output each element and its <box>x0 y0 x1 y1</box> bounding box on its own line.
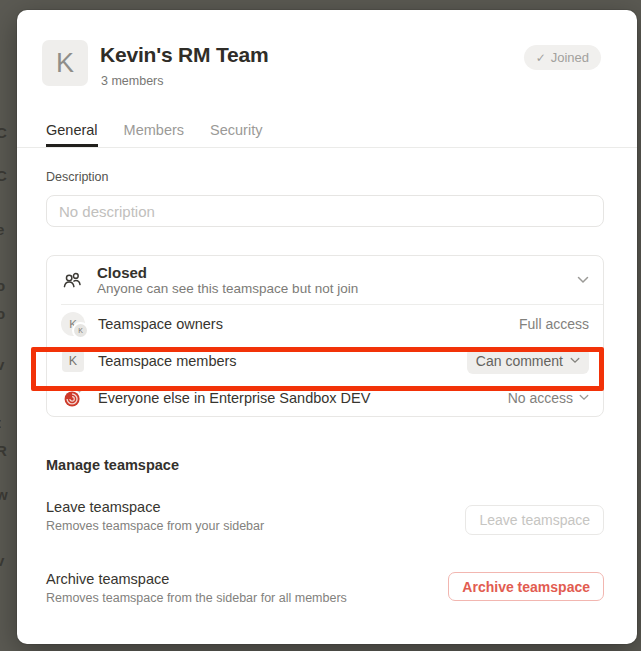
background-text-fragment: o <box>0 306 8 321</box>
row-label: Everyone else in Enterprise Sandbox DEV <box>98 390 495 406</box>
joined-label: Joined <box>551 50 589 65</box>
tab-security[interactable]: Security <box>210 122 262 147</box>
background-text-fragment: w <box>0 487 8 502</box>
everyone-access-dropdown[interactable]: No access <box>508 390 589 406</box>
background-text-fragment: t <box>0 415 8 430</box>
permissions-card: Closed Anyone can see this teamspace but… <box>46 255 604 417</box>
access-text: Can comment <box>476 353 563 369</box>
access-text: Full access <box>519 316 589 332</box>
teamspace-settings-dialog: K Kevin's RM Team 3 members ✓ Joined Gen… <box>17 10 637 644</box>
chevron-down-icon <box>579 394 589 401</box>
members-access-dropdown[interactable]: Can comment <box>467 348 589 374</box>
owners-avatar: K K <box>61 312 85 336</box>
chevron-down-icon <box>577 276 589 284</box>
leave-teamspace-button[interactable]: Leave teamspace <box>465 505 604 535</box>
description-label: Description <box>46 170 109 184</box>
people-icon <box>62 270 83 291</box>
leave-teamspace-subtitle: Removes teamspace from your sidebar <box>46 519 264 533</box>
joined-badge[interactable]: ✓ Joined <box>524 45 601 70</box>
chevron-down-icon <box>570 357 580 364</box>
access-level-texts: Closed Anyone can see this teamspace but… <box>97 264 564 297</box>
description-input[interactable] <box>46 195 604 227</box>
row-teamspace-members[interactable]: K Teamspace members Can comment <box>47 342 603 379</box>
access-level-selector[interactable]: Closed Anyone can see this teamspace but… <box>47 256 603 304</box>
member-count: 3 members <box>101 74 164 88</box>
members-avatar: K <box>62 350 84 372</box>
background-text-fragment: o <box>0 278 8 293</box>
background-text-fragment: C <box>0 125 8 140</box>
screen: CCeoovtRwv K Kevin's RM Team 3 members ✓… <box>0 0 641 651</box>
teamspace-avatar: K <box>42 40 88 86</box>
access-level-title: Closed <box>97 264 564 281</box>
access-level-subtitle: Anyone can see this teamspace but not jo… <box>97 281 564 297</box>
row-label: Teamspace members <box>98 353 454 369</box>
tab-bar: General Members Security <box>17 111 637 148</box>
archive-teamspace-button[interactable]: Archive teamspace <box>448 572 604 601</box>
archive-teamspace-subtitle: Removes teamspace from the sidebar for a… <box>46 591 347 605</box>
owners-access-level: Full access <box>519 316 589 332</box>
teamspace-title: Kevin's RM Team <box>100 43 269 67</box>
workspace-icon <box>62 387 84 409</box>
background-text-fragment: v <box>0 553 8 568</box>
row-label: Teamspace owners <box>98 316 506 332</box>
background-text-fragment: e <box>0 222 8 237</box>
background-text-fragment: R <box>0 443 8 458</box>
tab-members[interactable]: Members <box>124 122 184 147</box>
manage-section-title: Manage teamspace <box>46 457 179 473</box>
archive-teamspace-title: Archive teamspace <box>46 571 169 587</box>
tab-general[interactable]: General <box>46 122 98 147</box>
row-everyone-else[interactable]: Everyone else in Enterprise Sandbox DEV … <box>47 379 603 416</box>
row-teamspace-owners[interactable]: K K Teamspace owners Full access <box>47 305 603 342</box>
background-text-fragment: C <box>0 168 8 183</box>
leave-teamspace-title: Leave teamspace <box>46 499 160 515</box>
background-text-fragment: v <box>0 357 8 372</box>
check-icon: ✓ <box>536 51 546 65</box>
owners-avatar-badge: K <box>72 322 89 339</box>
access-text: No access <box>508 390 573 406</box>
